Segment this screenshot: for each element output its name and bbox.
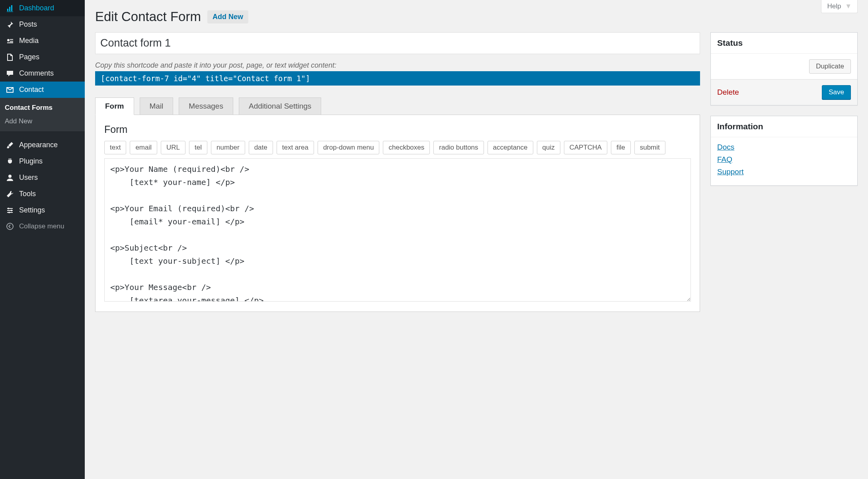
sidebar-item-label: Contact [19,86,44,94]
tab-additional-settings[interactable]: Additional Settings [239,97,321,115]
sidebar-item-tools[interactable]: Tools [0,186,85,202]
sidebar-item-media[interactable]: Media [0,33,85,49]
chevron-down-icon: ▼ [845,2,852,10]
sidebar-item-dashboard[interactable]: Dashboard [0,0,85,16]
tag-btn-checkboxes[interactable]: checkboxes [383,141,430,154]
media-icon [5,37,15,45]
sidebar-item-label: Media [19,37,39,45]
add-new-button[interactable]: Add New [207,10,248,23]
tag-generator-buttons: text email URL tel number date text area… [104,141,691,154]
plug-icon [5,158,15,166]
sidebar-item-plugins[interactable]: Plugins [0,153,85,169]
status-postbox: Status Duplicate Delete Save [710,32,858,105]
editor-tabs: Form Mail Messages Additional Settings [95,97,700,115]
wrench-icon [5,190,15,198]
form-content-textarea[interactable] [104,158,691,302]
page-icon [5,53,15,61]
comment-icon [5,70,15,78]
tag-btn-acceptance[interactable]: acceptance [488,141,533,154]
dashboard-icon [5,4,15,12]
svg-point-2 [8,208,9,209]
svg-point-3 [11,210,12,211]
tag-btn-text[interactable]: text [104,141,126,154]
svg-point-4 [8,212,10,213]
info-link-support[interactable]: Support [717,167,851,176]
sidebar-item-posts[interactable]: Posts [0,16,85,33]
collapse-label: Collapse menu [19,222,64,230]
information-heading: Information [711,116,857,137]
sidebar-item-pages[interactable]: Pages [0,49,85,65]
help-tab[interactable]: Help ▼ [821,0,858,13]
status-heading: Status [711,33,857,54]
tab-messages[interactable]: Messages [179,97,233,115]
sidebar-item-label: Appearance [19,141,58,149]
sidebar-item-label: Tools [19,190,36,198]
brush-icon [5,141,15,149]
pin-icon [5,21,15,29]
sidebar-item-label: Posts [19,20,37,29]
delete-link[interactable]: Delete [717,88,739,97]
sidebar-item-label: Plugins [19,157,43,166]
form-title-input[interactable] [95,32,700,54]
tag-btn-textarea[interactable]: text area [277,141,314,154]
duplicate-button[interactable]: Duplicate [809,59,851,74]
information-postbox: Information Docs FAQ Support [710,116,858,186]
sidebar-item-appearance[interactable]: Appearance [0,137,85,153]
sliders-icon [5,206,15,214]
page-title: Edit Contact Form [95,9,201,24]
form-panel: Form text email URL tel number date text… [95,115,700,312]
tag-btn-tel[interactable]: tel [189,141,207,154]
sidebar-item-label: Pages [19,53,39,61]
tag-btn-captcha[interactable]: CAPTCHA [564,141,607,154]
mail-icon [5,86,15,94]
sidebar-item-contact[interactable]: Contact [0,82,85,98]
shortcode-box[interactable]: [contact-form-7 id="4" title="Contact fo… [95,71,700,86]
svg-point-0 [7,39,10,41]
tag-btn-submit[interactable]: submit [634,141,665,154]
sidebar-item-label: Dashboard [19,4,54,12]
tag-btn-quiz[interactable]: quiz [537,141,560,154]
sidebar-item-settings[interactable]: Settings [0,202,85,218]
sidebar-item-users[interactable]: Users [0,169,85,186]
panel-title: Form [104,124,691,135]
shortcode-hint: Copy this shortcode and paste it into yo… [95,61,700,70]
sidebar-item-comments[interactable]: Comments [0,65,85,82]
svg-point-5 [7,223,13,230]
tag-btn-file[interactable]: file [611,141,631,154]
tag-btn-url[interactable]: URL [161,141,185,154]
sidebar-item-label: Comments [19,69,54,78]
tab-form[interactable]: Form [95,97,134,115]
info-link-docs[interactable]: Docs [717,143,851,152]
save-button[interactable]: Save [822,85,851,99]
tag-btn-dropdown[interactable]: drop-down menu [318,141,380,154]
admin-sidebar: Dashboard Posts Media Pages Comments Con… [0,0,85,479]
svg-point-1 [8,175,12,178]
sidebar-item-label: Settings [19,206,45,214]
help-label: Help [827,2,841,10]
submenu-item-add-new[interactable]: Add New [0,115,85,128]
tag-btn-date[interactable]: date [249,141,273,154]
submenu-item-contact-forms[interactable]: Contact Forms [0,101,85,115]
tag-btn-email[interactable]: email [130,141,157,154]
tag-btn-radio[interactable]: radio buttons [433,141,484,154]
tag-btn-number[interactable]: number [211,141,245,154]
tab-mail[interactable]: Mail [140,97,174,115]
collapse-icon [5,222,15,230]
collapse-menu[interactable]: Collapse menu [0,218,85,234]
user-icon [5,174,15,182]
main-content: Help ▼ Edit Contact Form Add New Copy th… [85,0,868,479]
sidebar-item-label: Users [19,173,38,182]
sidebar-submenu: Contact Forms Add New [0,98,85,131]
info-link-faq[interactable]: FAQ [717,155,851,164]
